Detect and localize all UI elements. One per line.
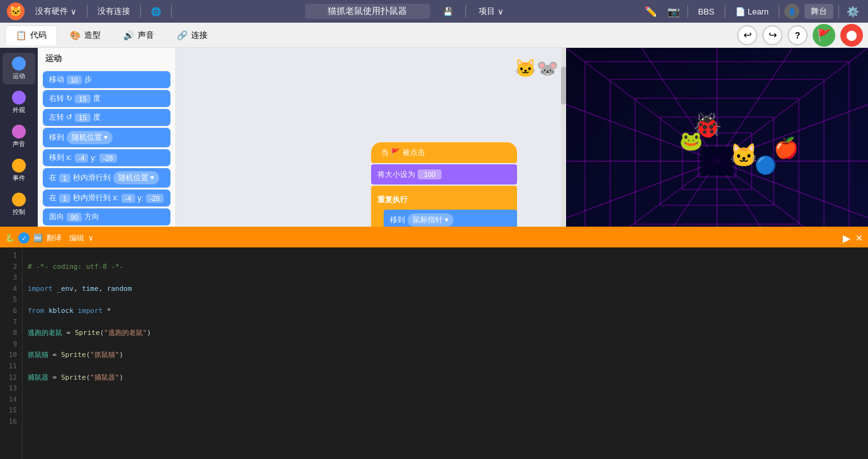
- sidebar-item-events[interactable]: 事件: [3, 155, 35, 186]
- block-repeat-label: 重复执行: [371, 190, 517, 210]
- camera-icon[interactable]: 📷: [665, 3, 682, 20]
- nav-divider-8: [838, 5, 839, 18]
- connection-btn[interactable]: 没有连接: [92, 3, 135, 20]
- learn-icon: 📄: [735, 7, 745, 16]
- green-flag-btn[interactable]: 🚩: [813, 24, 835, 47]
- translate-icon: 🔤: [33, 234, 43, 242]
- redo-btn[interactable]: ↪: [762, 25, 782, 45]
- looks-dot: [12, 91, 26, 105]
- learn-btn[interactable]: 📄 Learn: [730, 4, 774, 19]
- code-line-2: import _env, time, random: [28, 283, 863, 295]
- help-btn[interactable]: ?: [787, 25, 808, 45]
- stage-btn[interactable]: 舞台: [804, 4, 833, 19]
- tab-connect[interactable]: 🔗 连接: [167, 26, 218, 45]
- block-goto-random[interactable]: 移到 随机位置 ▾: [43, 128, 170, 147]
- code-line-8: [28, 416, 863, 428]
- sprite-cat-face: 🐱: [730, 142, 758, 169]
- block-move[interactable]: 移动 10 步: [43, 71, 170, 88]
- code-line-7: [28, 394, 863, 405]
- logo[interactable]: 🐱: [6, 2, 25, 21]
- code-editor: 🐍 ✓ 🔤 翻译 编辑 ∨ ▶ ✕ 1 2 3 4: [0, 227, 868, 459]
- nav-center: 💾 项目 ∨: [177, 3, 637, 20]
- toolbar-right: ▶ ✕: [843, 232, 863, 244]
- control-dot: [12, 193, 26, 207]
- motion-dot: [12, 57, 26, 71]
- undo-btn[interactable]: ↩: [737, 25, 757, 45]
- palette-category: 运动: [38, 48, 175, 69]
- project-title-input[interactable]: [305, 4, 430, 19]
- stop-btn[interactable]: ⬤: [840, 24, 863, 47]
- block-glide-random[interactable]: 在 1 秒内滑行到 随机位置 ▾: [43, 168, 170, 188]
- nav-divider-1: [87, 5, 87, 18]
- block-goto-xy[interactable]: 移到 x: -4 y: -28: [43, 149, 170, 166]
- tab-code[interactable]: 📋 代码: [5, 25, 57, 45]
- close-editor-btn[interactable]: ✕: [855, 233, 863, 243]
- block-face-dir[interactable]: 面向 90 方向: [43, 208, 170, 225]
- code-line-1: # -*- coding: utf-8 -*-: [28, 261, 863, 273]
- play-btn[interactable]: ▶: [843, 232, 850, 244]
- line-numbers: 1 2 3 4 5 6 7 8 9 10 11 12 13 14 15 16: [0, 247, 23, 459]
- sprite-frog: 🐸: [679, 130, 703, 152]
- nav-divider-2: [140, 5, 141, 18]
- python-icon: 🐍: [5, 234, 14, 242]
- block-set-size[interactable]: 将大小设为 100: [371, 164, 517, 184]
- block-turn-left[interactable]: 左转 ↺ 15 度: [43, 109, 170, 126]
- sprite-indicator: 🐱🐭: [515, 58, 559, 79]
- block-hat-flag[interactable]: 当 🚩 被点击: [371, 142, 517, 163]
- sprite-apple: 🍎: [774, 136, 799, 160]
- check-indicator: ✓: [18, 232, 30, 244]
- code-line-3: from kblock import *: [28, 305, 863, 317]
- bbs-btn[interactable]: BBS: [693, 4, 720, 19]
- toolbar-left: 🐍 ✓ 🔤 翻译 编辑 ∨: [5, 232, 94, 244]
- code-line-5: 抓鼠猫 = Sprite("抓鼠猫"): [28, 349, 863, 361]
- sidebar-item-looks[interactable]: 外观: [3, 87, 35, 118]
- nav-right: ✏️ 📷 BBS 📄 Learn 👤 舞台 ⚙️: [642, 3, 862, 20]
- block-glide-xy[interactable]: 在 1 秒内滑行到 x: -4 y: -28: [43, 190, 170, 207]
- save-icon: 💾: [443, 7, 453, 16]
- code-line-6: 捕鼠器 = Sprite("捕鼠器"): [28, 372, 863, 383]
- block-turn-right[interactable]: 右转 ↻ 15 度: [43, 90, 170, 107]
- user-avatar[interactable]: 👤: [784, 4, 799, 19]
- code-text-area[interactable]: # -*- coding: utf-8 -*- import _env, tim…: [23, 247, 868, 459]
- nav-divider-3: [171, 5, 172, 18]
- events-dot: [12, 159, 26, 173]
- run-controls: ↩ ↪ ? 🚩 ⬤: [737, 24, 863, 47]
- nav-divider-5: [687, 5, 688, 18]
- svg-rect-25: [701, 147, 733, 175]
- sound-dot: [12, 125, 26, 139]
- top-nav: 🐱 没有硬件 ∨ 没有连接 🌐 💾 项目 ∨ ✏️ 📷 BBS 📄 Learn: [0, 0, 868, 23]
- nav-divider-4: [465, 5, 466, 18]
- tab-bar: 📋 代码 🎨 造型 🔊 声音 🔗 连接 ↩ ↪ ? 🚩 ⬤: [0, 23, 868, 48]
- connect-tab-icon: 🔗: [177, 30, 187, 40]
- code-line-9: [28, 438, 863, 450]
- hardware-selector[interactable]: 没有硬件 ∨: [30, 3, 82, 20]
- code-tab-icon: 📋: [16, 30, 26, 40]
- project-menu[interactable]: 项目 ∨: [474, 3, 509, 20]
- stage-panel: 🐞 🐱 🐸 🔵 🍎 🐍 ✓ 🔤 翻译 编辑 ∨: [566, 48, 868, 459]
- editor-content: 1 2 3 4 5 6 7 8 9 10 11 12 13 14 15 16: [0, 247, 868, 459]
- sidebar-item-sound[interactable]: 声音: [3, 121, 35, 152]
- costume-tab-icon: 🎨: [70, 30, 81, 40]
- tab-sound[interactable]: 🔊 声音: [113, 26, 164, 45]
- nav-divider-7: [779, 5, 779, 18]
- settings-icon[interactable]: ⚙️: [844, 3, 862, 20]
- main-area: 运动 外观 声音 事件 控制 侦测 运算 变量: [0, 48, 868, 459]
- scrollbar-thumb[interactable]: [561, 67, 566, 105]
- globe-btn[interactable]: 🌐: [146, 4, 166, 19]
- tab-costume[interactable]: 🎨 造型: [60, 26, 111, 45]
- svg-text:🐱: 🐱: [9, 5, 22, 17]
- edit-icon[interactable]: ✏️: [642, 3, 660, 20]
- sidebar-item-control[interactable]: 控制: [3, 189, 35, 220]
- code-line-4: 逃跑的老鼠 = Sprite("逃跑的老鼠"): [28, 327, 863, 339]
- nav-divider-6: [725, 5, 725, 18]
- editor-toolbar: 🐍 ✓ 🔤 翻译 编辑 ∨ ▶ ✕: [0, 229, 868, 247]
- sidebar-item-motion[interactable]: 运动: [3, 53, 35, 84]
- globe-icon: 🌐: [151, 7, 161, 16]
- save-btn[interactable]: 💾: [438, 4, 458, 19]
- sound-tab-icon: 🔊: [123, 30, 134, 40]
